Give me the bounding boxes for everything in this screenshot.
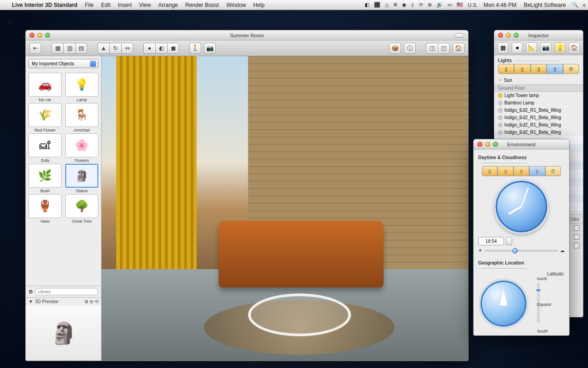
library-item[interactable]: 💡Lamp (64, 73, 99, 102)
close-icon[interactable] (477, 142, 482, 147)
menubar-clock[interactable]: Mon 4:46 PM (480, 2, 520, 8)
select-tool[interactable]: ▲ (97, 43, 109, 54)
environment-titlebar[interactable]: Environment (474, 139, 569, 150)
color-swatch[interactable] (574, 243, 579, 248)
library-item[interactable]: 🪑Armchair (64, 103, 99, 132)
menu-edit[interactable]: Edit (97, 2, 114, 8)
light-item[interactable]: Light Tower lamp (494, 92, 583, 99)
info-button[interactable]: ⓘ (404, 43, 416, 54)
wifi-icon[interactable]: ⊚ (425, 2, 434, 8)
zoom-out-icon[interactable]: ⊖ (90, 299, 93, 304)
zoom-icon[interactable] (493, 142, 498, 147)
volume-icon[interactable]: 🔊 (434, 2, 445, 8)
daytime-noon[interactable]: ▯ (514, 166, 529, 176)
daytime-evening[interactable]: ▯ (529, 166, 545, 176)
editor-titlebar[interactable]: Summer Room (26, 30, 468, 40)
pan-tool[interactable]: ⇔ (121, 43, 133, 54)
status-icon[interactable]: ⬛ (372, 2, 383, 8)
view-2d-button[interactable]: ▦ (51, 43, 63, 54)
tab-measure[interactable]: 📐 (526, 42, 537, 53)
flag-icon[interactable]: 🇺🇸 (454, 2, 465, 8)
show-compass-checkbox[interactable]: ✓ Show Compass in 2D Plan (478, 334, 565, 336)
viewport-3d[interactable] (102, 56, 468, 361)
daytime-morning[interactable]: ▯ (514, 64, 530, 74)
latitude-scale[interactable]: North Equator South (537, 276, 565, 334)
locale-label[interactable]: U.S. (465, 2, 480, 8)
light-item[interactable]: Indigo_Ed2_R1_Beta_Wing (494, 107, 583, 114)
minimize-icon[interactable] (485, 142, 490, 147)
app-name[interactable]: Live Interior 3D Standard (8, 2, 81, 8)
library-item[interactable]: 🌿Bush (28, 164, 62, 193)
view-split-button[interactable]: ▥ (63, 43, 75, 54)
library-item[interactable]: 🛋Sofa (28, 133, 62, 163)
library-item[interactable]: 🌸Flowers (64, 133, 99, 163)
disclosure-icon[interactable]: ▼ (28, 299, 33, 304)
spotlight-icon[interactable]: 🔍 (570, 2, 581, 8)
menu-window[interactable]: Window (223, 2, 250, 8)
cloudiness-slider[interactable] (484, 250, 558, 252)
panel-right-button[interactable]: ◫ (438, 43, 450, 54)
light-item[interactable]: Indigo_Ed2_R1_Beta_Wing (494, 129, 583, 136)
tab-lights[interactable]: 💡 (554, 42, 565, 53)
orbit-tool[interactable]: ↻ (109, 43, 121, 54)
inspector-titlebar[interactable]: Inspector (494, 30, 583, 40)
walk-button[interactable]: 🚶 (189, 43, 201, 54)
library-item[interactable]: 🌳Great Tree (64, 194, 99, 224)
close-icon[interactable] (29, 33, 34, 38)
light-item[interactable]: Indigo_Ed2_R1_Beta_Wing (494, 114, 583, 121)
zoom-in-icon[interactable]: ⊕ (85, 299, 88, 304)
status-icon[interactable]: ⟳ (417, 2, 425, 8)
bluetooth-icon[interactable]: ᛒ (409, 2, 417, 8)
tab-object[interactable]: ▦ (498, 42, 509, 53)
library-item[interactable]: 🚗My car (28, 73, 62, 102)
tab-camera[interactable]: 📷 (540, 42, 551, 53)
close-icon[interactable] (498, 33, 503, 38)
camera-button[interactable]: 📷 (204, 43, 216, 54)
record-button[interactable]: ● (143, 43, 155, 54)
menu-arrange[interactable]: Arrange (155, 2, 182, 8)
daytime-morning[interactable]: ▯ (498, 166, 513, 176)
compass-dial[interactable] (478, 278, 529, 329)
light-item[interactable]: Indigo_Ed2_R1_Beta_Wing (494, 121, 583, 129)
daytime-dawn[interactable]: ▯ (482, 166, 498, 176)
nav-back-button[interactable]: ⇤ (29, 43, 41, 54)
window-controls[interactable] (26, 33, 50, 38)
menu-insert[interactable]: Insert (114, 2, 136, 8)
status-icon[interactable]: ◉ (400, 2, 409, 8)
menu-file[interactable]: File (81, 2, 97, 8)
library-item[interactable]: 🌾Red Flower (28, 103, 62, 132)
battery-icon[interactable]: ▭ (445, 2, 454, 8)
toolbar-toggle[interactable] (454, 33, 464, 38)
daytime-noon[interactable]: ▯ (531, 64, 547, 74)
daytime-dawn[interactable]: ▯ (498, 64, 514, 74)
status-icon[interactable]: △ (383, 2, 391, 8)
daytime-custom[interactable]: ⏱ (545, 166, 561, 176)
zoom-icon[interactable] (514, 33, 519, 38)
export-button[interactable]: 📦 (389, 43, 401, 54)
light-item[interactable]: Bamboo Lamp (494, 99, 583, 107)
color-swatch[interactable] (574, 234, 579, 240)
minimize-icon[interactable] (37, 33, 42, 38)
home-button[interactable]: 🏠 (452, 43, 464, 54)
library-item[interactable]: 🏺Vase (28, 194, 62, 224)
tab-materials[interactable]: ● (512, 42, 523, 53)
color-swatch[interactable] (574, 225, 579, 231)
time-stepper[interactable] (506, 237, 512, 245)
menu-help[interactable]: Help (249, 2, 268, 8)
daytime-custom[interactable]: ⏱ (563, 64, 579, 74)
zoom-icon[interactable] (45, 33, 50, 38)
library-category-combo[interactable]: My Imported Objects (28, 59, 98, 68)
stop-button[interactable]: ◼ (167, 43, 179, 54)
status-icon[interactable]: ✲ (391, 2, 400, 8)
menu-render-boost[interactable]: Render Boost (181, 2, 222, 8)
notifications-icon[interactable]: ≡ (581, 2, 588, 8)
view-3d-button[interactable]: ▤ (75, 43, 87, 54)
tab-building[interactable]: 🏠 (569, 42, 580, 53)
status-icon[interactable]: ◧ (362, 2, 372, 8)
library-search-input[interactable] (35, 288, 98, 295)
light-sun[interactable]: ☀Sun (494, 77, 583, 84)
gear-icon[interactable]: ⚙ (28, 289, 33, 295)
library-item[interactable]: 🗿Statue (64, 164, 99, 193)
menu-view[interactable]: View (136, 2, 155, 8)
panel-left-button[interactable]: ◫ (426, 43, 438, 54)
